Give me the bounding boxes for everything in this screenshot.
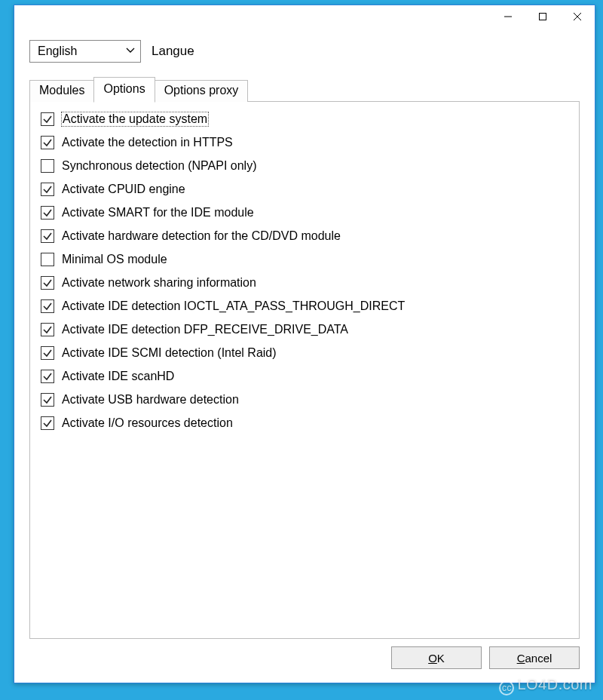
check-icon — [42, 137, 53, 148]
option-label[interactable]: Activate network sharing information — [62, 276, 256, 290]
option-checkbox[interactable] — [41, 229, 54, 243]
option-label[interactable]: Activate SMART for the IDE module — [62, 206, 254, 220]
option-row: Activate IDE SCMI detection (Intel Raid) — [41, 346, 568, 360]
option-checkbox[interactable] — [41, 323, 54, 336]
option-row: Activate the update system — [41, 112, 568, 126]
option-label[interactable]: Activate IDE SCMI detection (Intel Raid) — [62, 346, 277, 360]
ok-button-label: OK — [428, 652, 445, 665]
tab-modules[interactable]: Modules — [29, 80, 94, 102]
option-row: Activate the detection in HTTPS — [41, 136, 568, 149]
check-icon — [42, 231, 53, 241]
tab-options[interactable]: Options — [93, 77, 155, 103]
option-label[interactable]: Activate IDE detection DFP_RECEIVE_DRIVE… — [62, 323, 348, 336]
close-button[interactable] — [560, 5, 595, 28]
option-row: Activate CPUID engine — [41, 183, 568, 196]
maximize-icon — [538, 12, 547, 21]
check-icon — [42, 418, 53, 428]
option-checkbox[interactable] — [41, 112, 54, 126]
close-icon — [573, 12, 582, 21]
option-checkbox[interactable] — [41, 253, 54, 266]
check-icon — [42, 371, 53, 382]
option-row: Activate network sharing information — [41, 276, 568, 290]
check-icon — [42, 207, 53, 218]
check-icon — [42, 184, 53, 195]
chevron-down-icon — [125, 45, 136, 58]
option-label[interactable]: Activate I/O resources detection — [62, 416, 233, 430]
option-checkbox[interactable] — [41, 136, 54, 149]
option-checkbox[interactable] — [41, 299, 54, 313]
titlebar — [14, 5, 595, 32]
cancel-button-label: Cancel — [517, 652, 552, 665]
option-label[interactable]: Activate the update system — [62, 112, 208, 126]
option-label[interactable]: Activate USB hardware detection — [62, 393, 239, 407]
check-icon — [42, 348, 53, 358]
option-label[interactable]: Synchronous detection (NPAPI only) — [62, 159, 257, 173]
option-row: Activate IDE detection IOCTL_ATA_PASS_TH… — [41, 299, 568, 313]
option-row: Activate hardware detection for the CD/D… — [41, 229, 568, 243]
check-icon — [42, 395, 53, 405]
check-icon — [42, 278, 53, 288]
option-checkbox[interactable] — [41, 183, 54, 196]
option-checkbox[interactable] — [41, 206, 54, 220]
options-dialog: English Langue ModulesOptionsOptions pro… — [14, 5, 595, 683]
watermark: ccLO4D.com — [499, 676, 592, 695]
option-label[interactable]: Activate IDE scanHD — [62, 370, 174, 383]
option-checkbox[interactable] — [41, 370, 54, 383]
check-icon — [42, 324, 53, 335]
option-label[interactable]: Activate IDE detection IOCTL_ATA_PASS_TH… — [62, 299, 405, 313]
option-label[interactable]: Activate CPUID engine — [62, 183, 185, 196]
option-row: Activate I/O resources detection — [41, 416, 568, 430]
window-controls — [491, 5, 595, 28]
option-row: Minimal OS module — [41, 253, 568, 266]
check-icon — [42, 301, 53, 312]
option-checkbox[interactable] — [41, 346, 54, 360]
tab-panel-options: Activate the update systemActivate the d… — [29, 101, 580, 639]
option-row: Synchronous detection (NPAPI only) — [41, 159, 568, 173]
option-checkbox[interactable] — [41, 276, 54, 290]
svg-rect-1 — [540, 14, 546, 20]
option-checkbox[interactable] — [41, 416, 54, 430]
option-label[interactable]: Minimal OS module — [62, 253, 167, 266]
option-label[interactable]: Activate the detection in HTTPS — [62, 136, 233, 149]
copyright-icon: cc — [499, 680, 514, 695]
option-row: Activate USB hardware detection — [41, 393, 568, 407]
dialog-footer: OK Cancel — [29, 646, 580, 669]
cancel-button[interactable]: Cancel — [489, 646, 580, 669]
option-row: Activate IDE scanHD — [41, 370, 568, 383]
option-checkbox[interactable] — [41, 393, 54, 407]
option-label[interactable]: Activate hardware detection for the CD/D… — [62, 229, 341, 243]
check-icon — [42, 114, 53, 124]
tab-bar: ModulesOptionsOptions proxy — [29, 76, 580, 101]
option-row: Activate IDE detection DFP_RECEIVE_DRIVE… — [41, 323, 568, 336]
option-checkbox[interactable] — [41, 159, 54, 173]
language-label: Langue — [152, 44, 194, 59]
minimize-button[interactable] — [491, 5, 525, 28]
language-selected: English — [38, 45, 77, 58]
ok-button[interactable]: OK — [391, 646, 482, 669]
language-select[interactable]: English — [29, 40, 141, 63]
option-row: Activate SMART for the IDE module — [41, 206, 568, 220]
tab-options-proxy[interactable]: Options proxy — [155, 80, 249, 102]
language-row: English Langue — [29, 40, 580, 63]
maximize-button[interactable] — [525, 5, 560, 28]
minimize-icon — [504, 12, 513, 21]
